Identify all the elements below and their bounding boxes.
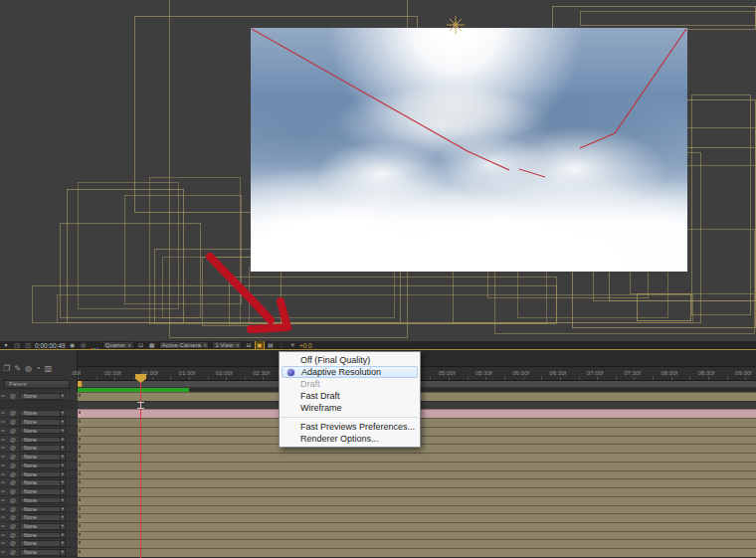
layer-duration-bar[interactable] — [78, 470, 756, 479]
parent-pickwhip-icon[interactable]: @ — [10, 549, 16, 555]
menu-item-renderer-options[interactable]: Renderer Options... — [280, 433, 420, 445]
region-of-interest-icon[interactable]: ⊡ — [137, 341, 145, 349]
parent-pickwhip-icon[interactable]: @ — [10, 437, 16, 443]
parent-pickwhip-icon[interactable]: @ — [10, 532, 16, 538]
zoom-tool-icon[interactable]: ◍ — [25, 364, 32, 373]
show-snapshot-icon[interactable]: ◎ — [80, 341, 88, 349]
menu-item-adaptive-resolution[interactable]: Adaptive Resolution — [282, 366, 418, 378]
parent-dropdown[interactable]: None▾ — [20, 454, 66, 461]
parent-dropdown[interactable]: None▾ — [20, 523, 66, 530]
layer-duration-bar[interactable] — [78, 522, 756, 531]
parent-dropdown[interactable]: None▾ — [20, 471, 66, 478]
pan-behind-tool-icon[interactable]: ✎ — [14, 364, 21, 373]
camera-view-dropdown[interactable]: Active Camera▾ — [159, 341, 210, 349]
parent-pickwhip-icon[interactable]: @ — [10, 523, 16, 529]
camera-tool-icon[interactable]: ▥ — [45, 364, 53, 373]
layer-duration-bar[interactable] — [78, 487, 756, 496]
parent-pickwhip-icon[interactable]: @ — [10, 393, 16, 399]
parent-dropdown[interactable]: None▾ — [20, 506, 66, 513]
parent-dropdown[interactable]: None▾ — [20, 428, 66, 435]
ruler-label: 05:30f — [475, 370, 492, 376]
ruler-label: 00:30f — [104, 370, 121, 376]
work-area-start-handle[interactable] — [78, 381, 83, 387]
snapshot-icon[interactable]: ◉ — [69, 341, 77, 349]
parent-dropdown[interactable]: None▾ — [20, 549, 66, 556]
parent-pickwhip-icon[interactable]: @ — [10, 454, 16, 460]
viewport-overlay — [0, 0, 756, 341]
ruler-label: 02:30f — [253, 370, 270, 376]
layer-row: @None▾ — [0, 418, 78, 427]
layer-duration-bar[interactable] — [78, 539, 756, 548]
parent-dropdown[interactable]: None▾ — [20, 419, 66, 426]
menu-item-off-final-quality[interactable]: Off (Final Quality) — [280, 354, 420, 366]
parent-dropdown[interactable]: None▾ — [20, 540, 66, 547]
roi-marquee-icon[interactable]: ◳ — [13, 341, 21, 349]
parent-pickwhip-icon[interactable]: @ — [10, 479, 16, 485]
view-layout-dropdown[interactable]: 1 View▾ — [212, 341, 241, 349]
layer-duration-bar[interactable] — [78, 505, 756, 514]
layer-handle — [1, 525, 5, 527]
parent-pickwhip-icon[interactable]: @ — [10, 419, 16, 425]
mask-visibility-icon[interactable]: ◫ — [24, 341, 32, 349]
layer-row: @None▾ — [0, 436, 78, 445]
menu-item-label: Wireframe — [300, 403, 342, 413]
stopwatch-icon[interactable]: ◔ — [36, 364, 41, 373]
menu-item-fast-draft[interactable]: Fast Draft — [280, 390, 420, 402]
ruler-label: 09:00f — [735, 370, 752, 376]
parent-dropdown[interactable]: None▾ — [20, 532, 66, 539]
parent-pickwhip-icon[interactable]: @ — [10, 514, 16, 520]
resolution-dropdown[interactable]: Quarter▾ — [102, 341, 134, 349]
parent-pickwhip-icon[interactable]: @ — [10, 488, 16, 494]
chevron-down-icon: ▾ — [60, 489, 64, 494]
layer-duration-bar[interactable] — [78, 453, 756, 462]
layer-handle — [1, 421, 5, 423]
parent-dropdown[interactable]: None▾ — [20, 393, 66, 400]
parent-pickwhip-icon[interactable]: @ — [10, 497, 16, 503]
pixel-aspect-icon[interactable]: ⊟ — [245, 341, 253, 349]
parent-dropdown[interactable]: None▾ — [20, 514, 66, 521]
parent-dropdown[interactable]: None▾ — [20, 463, 66, 469]
parent-pickwhip-icon[interactable]: @ — [10, 540, 16, 546]
parent-dropdown[interactable]: None▾ — [20, 479, 66, 486]
parent-dropdown-value: None — [24, 454, 37, 460]
layer-handle — [1, 542, 5, 544]
parent-dropdown[interactable]: None▾ — [20, 410, 66, 417]
menu-item-label: Draft — [300, 379, 320, 389]
menu-item-label: Adaptive Resolution — [301, 367, 381, 377]
parent-pickwhip-icon[interactable]: @ — [10, 506, 16, 512]
orbit-tool-icon[interactable]: ❐ — [3, 364, 10, 373]
layer-duration-bar[interactable] — [78, 478, 756, 487]
flowchart-button[interactable]: ∴ — [278, 341, 285, 349]
parent-dropdown[interactable]: None▾ — [20, 488, 66, 495]
parent-dropdown[interactable]: None▾ — [20, 445, 66, 452]
parent-pickwhip-icon[interactable]: @ — [10, 463, 16, 468]
parent-dropdown[interactable]: None▾ — [20, 497, 66, 504]
layer-row: @None▾ — [0, 505, 78, 514]
parent-dropdown-value: None — [24, 393, 37, 399]
show-channels-icon[interactable] — [91, 341, 99, 349]
menu-item-wireframe[interactable]: Wireframe — [280, 402, 420, 414]
layer-duration-bar[interactable] — [78, 531, 756, 540]
layer-row: @None▾ — [0, 522, 78, 531]
parent-dropdown-value: None — [24, 463, 37, 468]
current-time-display[interactable]: 0:00:00:49 — [35, 342, 66, 349]
transparency-grid-icon[interactable]: ▦ — [148, 341, 156, 349]
parent-pickwhip-icon[interactable]: @ — [10, 445, 16, 451]
layer-duration-bar[interactable] — [78, 513, 756, 522]
parent-pickwhip-icon[interactable]: @ — [10, 428, 16, 434]
cti-grab-handle[interactable] — [137, 402, 144, 409]
layer-duration-bar[interactable] — [78, 548, 756, 557]
layer-duration-bar[interactable] — [78, 496, 756, 505]
fast-previews-button[interactable]: ▣ — [256, 341, 264, 349]
layer-row: @None▾ — [0, 427, 78, 436]
composition-viewport[interactable] — [0, 0, 756, 341]
parent-pickwhip-icon[interactable]: @ — [10, 410, 16, 416]
timeline-button[interactable]: ▤ — [267, 341, 275, 349]
magnification-dropdown[interactable]: ▾ — [2, 341, 10, 349]
reset-exposure-button[interactable]: ✳ — [288, 341, 296, 349]
parent-dropdown[interactable]: None▾ — [20, 437, 66, 444]
menu-item-fast-previews-preferences[interactable]: Fast Previews Preferences... — [280, 421, 420, 433]
exposure-value[interactable]: +0.0 — [299, 342, 312, 349]
layer-duration-bar[interactable] — [78, 462, 756, 470]
parent-pickwhip-icon[interactable]: @ — [10, 471, 16, 477]
